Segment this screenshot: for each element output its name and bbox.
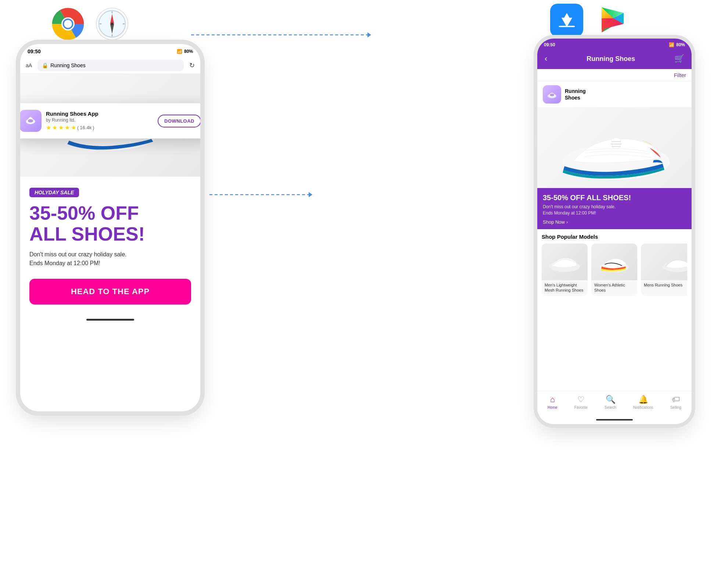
star-4: ★ (65, 124, 70, 131)
svg-point-4 (64, 20, 72, 28)
left-phone: 09:50 📶 80% aA 🔒 Running Shoes ↻ (20, 44, 200, 411)
star-1: ★ (46, 124, 51, 131)
font-size-control[interactable]: aA (26, 62, 32, 68)
shop-now-text: Shop Now (543, 219, 565, 225)
sale-description: Don't miss out our crazy holiday sale.En… (29, 250, 191, 268)
product-image-3 (641, 244, 687, 280)
product-name-3: Mens Running Shoes (641, 280, 687, 291)
svg-point-29 (28, 119, 33, 123)
product-image-2 (591, 244, 637, 280)
popup-rating: ( (77, 125, 79, 130)
lock-icon: 🔒 (42, 62, 48, 68)
safari-icon (96, 7, 129, 40)
right-battery: 80% (676, 42, 685, 47)
popup-stars: ★ ★ ★ ★ ★ (16.4k) (46, 124, 153, 131)
app-store-icon[interactable] (550, 4, 583, 37)
right-phone: 09:50 📶 80% ‹ Running Shoes 🛒 Filter (537, 39, 692, 424)
product-card-2[interactable]: Women's Athletic Shoes (591, 244, 637, 296)
nav-favorite[interactable]: ♡ Favorite (574, 395, 588, 410)
wifi-icon: 📶 (177, 49, 182, 54)
category-icon (543, 85, 561, 104)
product-name-1: Men's Lightweight Mesh Running Shoes (542, 280, 588, 296)
hero-shoe-image (537, 107, 692, 188)
url-text: Running Shoes (50, 62, 86, 68)
bottom-nav: ⌂ Home ♡ Favorite 🔍 Search 🔔 Notificatio… (537, 391, 692, 411)
promo-description: Don't miss out our crazy holiday sale.En… (543, 204, 686, 216)
nav-search[interactable]: 🔍 Search (605, 395, 616, 410)
nav-notifications[interactable]: 🔔 Notifications (633, 395, 653, 410)
promo-banner: 35-50% OFF ALL SHOES! Don't miss out our… (537, 188, 692, 229)
popular-title: Shop Popular Models (542, 234, 687, 240)
right-home-bar (596, 419, 633, 421)
filter-button[interactable]: Filter (674, 72, 686, 78)
app-icon (20, 110, 42, 132)
app-header: ‹ Running Shoes 🛒 (537, 50, 692, 69)
left-time: 09:50 (28, 48, 41, 54)
svg-marker-21 (367, 32, 371, 37)
battery-icon: 80% (184, 49, 193, 54)
favorite-icon: ♡ (577, 395, 585, 404)
promo-title: 35-50% OFF ALL SHOES! (543, 194, 686, 202)
download-button[interactable]: DOWNLOAD (158, 115, 200, 127)
sale-badge: HOLYDAY SALE (29, 188, 79, 197)
browser-bar: aA 🔒 Running Shoes ↻ (20, 57, 200, 74)
star-3: ★ (58, 124, 64, 131)
home-bar (86, 319, 134, 321)
star-2: ★ (52, 124, 57, 131)
nav-favorite-label: Favorite (574, 405, 588, 410)
star-5: ★ (71, 124, 76, 131)
sale-section: HOLYDAY SALE 35-50% OFF ALL SHOES! Don't… (20, 177, 200, 315)
refresh-icon[interactable]: ↻ (189, 61, 195, 69)
app-title: Running Shoes (547, 55, 674, 63)
nav-notifications-label: Notifications (633, 405, 653, 410)
bell-icon: 🔔 (638, 395, 648, 404)
category-text: RunningShoes (565, 88, 586, 101)
shop-now-link[interactable]: Shop Now › (543, 219, 686, 225)
sale-title-line1: 35-50% OFF (29, 203, 191, 224)
right-status-bar: 09:50 📶 80% (537, 39, 692, 50)
popular-section: Shop Popular Models Men's Lightweight Me… (537, 229, 692, 296)
svg-point-31 (550, 94, 554, 97)
nav-search-label: Search (605, 405, 616, 410)
product-image-1 (542, 244, 588, 280)
popup-developer: by Running ltd. (46, 118, 153, 123)
popup-rating-value: 16.4k (80, 125, 92, 130)
search-icon: 🔍 (606, 395, 616, 404)
popup-info: Running Shoes App by Running ltd. ★ ★ ★ … (46, 111, 153, 131)
sale-title-line2: ALL SHOES! (29, 224, 191, 245)
cta-button[interactable]: HEAD TO THE APP (29, 279, 191, 304)
product-name-2: Women's Athletic Shoes (591, 280, 637, 296)
product-grid: Men's Lightweight Mesh Running Shoes (542, 244, 687, 296)
popup-app-name: Running Shoes App (46, 111, 153, 117)
cart-icon[interactable]: 🛒 (674, 54, 684, 64)
url-bar[interactable]: 🔒 Running Shoes (37, 59, 184, 71)
nav-selling[interactable]: 🏷 Selling (670, 395, 681, 410)
nav-selling-label: Selling (670, 405, 681, 410)
product-card-1[interactable]: Men's Lightweight Mesh Running Shoes (542, 244, 588, 296)
nav-home[interactable]: ⌂ Home (548, 395, 557, 410)
right-time: 09:50 (544, 42, 555, 47)
filter-bar: Filter (537, 69, 692, 82)
right-wifi-icon: 📶 (669, 42, 674, 47)
left-status-bar: 09:50 📶 80% (20, 44, 200, 57)
chrome-icon (51, 7, 85, 40)
home-bar-area (20, 315, 200, 327)
back-icon[interactable]: ‹ (545, 54, 547, 64)
sale-title: 35-50% OFF ALL SHOES! (29, 203, 191, 245)
svg-marker-23 (309, 192, 312, 197)
product-card-3[interactable]: Mens Running Shoes (641, 244, 687, 296)
svg-point-14 (111, 22, 113, 25)
nav-home-label: Home (548, 405, 557, 410)
app-download-popup: ✕ Running Shoes App by Running ltd. ★ ★ … (20, 103, 200, 138)
main-scene: 09:50 📶 80% aA 🔒 Running Shoes ↻ (0, 0, 721, 588)
category-chip: RunningShoes (537, 82, 692, 107)
home-icon: ⌂ (550, 395, 555, 404)
tag-icon: 🏷 (672, 395, 680, 404)
chevron-right-icon: › (566, 219, 568, 225)
play-store-icon[interactable] (596, 4, 629, 37)
